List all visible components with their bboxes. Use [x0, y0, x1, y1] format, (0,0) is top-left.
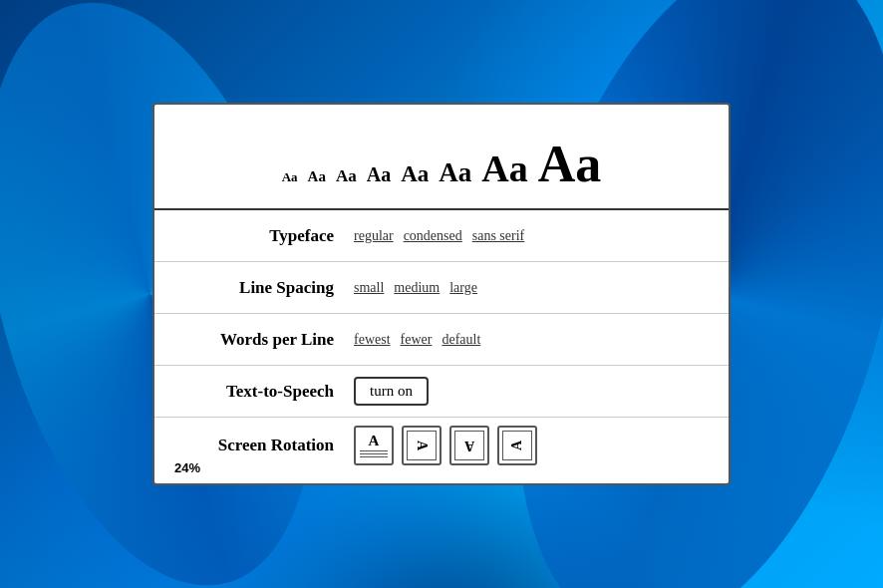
line-spacing-row: Line Spacing small medium large [154, 262, 729, 314]
screen-rotation-options: A A A [354, 426, 709, 465]
wpl-fewest[interactable]: fewest [354, 332, 391, 348]
typeface-label: Typeface [174, 226, 354, 246]
font-sample-6[interactable]: Aa [439, 157, 471, 188]
turn-on-button[interactable]: turn on [354, 377, 429, 406]
words-per-line-row: Words per Line fewest fewer default [154, 314, 729, 366]
rotation-180[interactable]: A [449, 426, 489, 465]
spacing-small[interactable]: small [354, 280, 384, 296]
rotation-90cw[interactable]: A [402, 426, 442, 465]
typeface-options: regular condensed sans serif [354, 228, 709, 244]
text-to-speech-options: turn on [354, 377, 709, 406]
line-spacing-options: small medium large [354, 280, 709, 296]
settings-card: Aa Aa Aa Aa Aa Aa Aa Aa Typeface regular… [152, 103, 731, 485]
words-per-line-label: Words per Line [174, 330, 354, 350]
font-sample-5[interactable]: Aa [401, 161, 429, 187]
font-sample-2[interactable]: Aa [308, 168, 326, 185]
typeface-condensed[interactable]: condensed [404, 228, 462, 244]
font-sample-1[interactable]: Aa [282, 169, 298, 185]
font-sample-4[interactable]: Aa [367, 163, 391, 186]
spacing-large[interactable]: large [449, 280, 477, 296]
font-sample-3[interactable]: Aa [336, 166, 357, 186]
spacing-medium[interactable]: medium [394, 280, 440, 296]
font-sample-7[interactable]: Aa [481, 147, 527, 190]
rotation-normal[interactable]: A [354, 426, 394, 465]
typeface-regular[interactable]: regular [354, 228, 394, 244]
rotation-icons-group: A A A [354, 426, 537, 465]
zoom-level: 24% [174, 460, 200, 475]
typeface-sans-serif[interactable]: sans serif [472, 228, 525, 244]
text-to-speech-row: Text-to-Speech turn on [154, 366, 729, 418]
words-per-line-options: fewest fewer default [354, 332, 709, 348]
text-to-speech-label: Text-to-Speech [174, 382, 354, 402]
typeface-row: Typeface regular condensed sans serif [154, 210, 729, 262]
screen-rotation-label: Screen Rotation [174, 436, 354, 455]
font-sample-8[interactable]: Aa [538, 135, 602, 193]
font-samples-row: Aa Aa Aa Aa Aa Aa Aa Aa [154, 125, 729, 210]
wpl-default[interactable]: default [442, 332, 480, 348]
line-spacing-label: Line Spacing [174, 278, 354, 298]
rotation-270[interactable]: A [497, 426, 537, 465]
screen-rotation-row: Screen Rotation A A [154, 418, 729, 473]
wpl-fewer[interactable]: fewer [401, 332, 433, 348]
